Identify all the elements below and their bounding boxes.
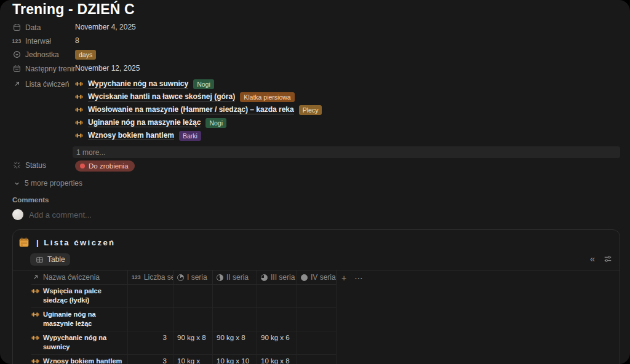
property-row-status: Status Do zrobienia (0, 159, 630, 174)
property-label-jednostka[interactable]: Jednostka (12, 50, 75, 59)
relation-icon (12, 80, 21, 89)
exercise-name: Uginanie nóg na maszynie leżąc (43, 310, 124, 328)
pie-100-icon (301, 274, 308, 281)
cell-nazwa-cwiczenia[interactable]: Wypychanie nóg na suwnicy (31, 331, 128, 355)
column-header-nazwa-cwiczenia[interactable]: Nazwa ćwiczenia (31, 271, 128, 285)
column-header-i-seria[interactable]: I seria (173, 271, 213, 285)
exercise-tag: Nogi (205, 118, 226, 128)
cell-iii-seria[interactable] (257, 285, 297, 308)
dumbbell-icon (75, 93, 83, 101)
jednostka-tag[interactable]: days (75, 50, 96, 60)
dumbbell-icon (31, 287, 39, 295)
exercise-link[interactable]: Wiosłowanie na maszynie (Hammer / siedzą… (75, 103, 322, 116)
property-row-interwal: 123 Interwał 8 (0, 34, 630, 48)
chevron-down-icon (12, 180, 21, 187)
view-tab-label: Table (47, 255, 65, 264)
exercise-name: Wypychanie nóg na suwnicy (43, 333, 124, 352)
property-value-nastepny-trening[interactable]: November 12, 2025 (75, 64, 140, 73)
dumbbell-icon (31, 311, 39, 318)
dumbbell-icon (31, 334, 39, 342)
property-label-nastepny-trening[interactable]: Następny trening (12, 64, 75, 73)
table-header-row: Nazwa ćwiczenia 123 Liczba serii I seria… (31, 271, 620, 285)
exercise-link[interactable]: Wyciskanie hantli na ławce skośnej (góra… (75, 90, 322, 103)
calendar-emoji-icon (18, 237, 30, 248)
add-column-button[interactable]: + (337, 271, 351, 285)
relation-icon (31, 273, 40, 282)
more-properties-toggle[interactable]: 5 more properties (0, 174, 630, 188)
cell-i-seria[interactable]: 10 kg x 10 (173, 355, 213, 364)
property-label-interwal[interactable]: 123 Interwał (12, 36, 75, 46)
cell-nazwa-cwiczenia[interactable]: Uginanie nóg na maszynie leżąc (31, 308, 128, 331)
database-title[interactable]: | Lista ćwiczeń (36, 238, 116, 247)
cell-iii-seria[interactable]: 90 kg x 6 (257, 331, 297, 355)
cell-ii-seria[interactable] (213, 308, 257, 331)
cell-nazwa-cwiczenia[interactable]: Wspięcia na palce siedząc (łydki) (31, 285, 128, 308)
dumbbell-icon (75, 119, 83, 127)
property-row-lista-cwiczen: Lista ćwiczeń Wypychanie nóg na suwnicy … (0, 76, 630, 144)
toolbar-icons: « (590, 254, 612, 263)
comment-input[interactable] (29, 210, 226, 220)
status-tag[interactable]: Do zrobienia (75, 160, 135, 172)
calendar-icon (12, 65, 21, 73)
dumbbell-icon (75, 80, 83, 88)
property-row-jednostka: Jednostka days (0, 48, 630, 62)
property-name: Status (25, 161, 46, 170)
comments-heading: Comments (12, 196, 630, 204)
dumbbell-icon (31, 357, 39, 364)
cell-nazwa-cwiczenia[interactable]: Wznosy bokiem hantlem (31, 355, 128, 364)
cell-iii-seria[interactable] (257, 308, 297, 331)
cell-liczba-serii[interactable] (128, 285, 173, 308)
column-header-iii-seria[interactable]: III seria (257, 271, 297, 285)
status-dot-icon (80, 164, 85, 168)
exercise-link[interactable]: Uginanie nóg na maszynie leżąc Nogi (75, 116, 322, 129)
cell-iv-seria[interactable] (297, 285, 337, 308)
number-icon: 123 (12, 37, 21, 46)
avatar (12, 209, 23, 220)
cell-ii-seria[interactable]: 90 kg x 8 (213, 331, 257, 355)
cell-i-seria[interactable] (173, 308, 213, 331)
property-row-nastepny-trening: Następny trening November 12, 2025 (0, 62, 630, 76)
more-properties-label: 5 more properties (25, 179, 82, 188)
exercise-name: Wspięcia na palce siedząc (łydki) (43, 287, 124, 305)
column-header-iv-seria[interactable]: IV seria (297, 271, 337, 285)
exercise-link[interactable]: Wypychanie nóg na suwnicy Nogi (75, 77, 322, 90)
column-header-liczba-serii[interactable]: 123 Liczba serii (128, 271, 173, 285)
cell-iv-seria[interactable] (297, 308, 337, 331)
cell-i-seria[interactable] (173, 285, 213, 308)
exercise-name: Wznosy bokiem hantlem (43, 357, 122, 364)
table-row: Wznosy bokiem hantlem 3 10 kg x 10 10 kg… (31, 355, 337, 364)
filter-sort-icon[interactable] (604, 255, 612, 263)
property-value-interwal[interactable]: 8 (75, 36, 79, 46)
page-title[interactable]: Trening - DZIEŃ C (0, 0, 630, 17)
property-value-data[interactable]: November 4, 2025 (75, 23, 136, 32)
cell-iv-seria[interactable] (297, 355, 337, 364)
collapse-icon[interactable]: « (590, 254, 595, 263)
cell-ii-seria[interactable]: 10 kg x 10 (213, 355, 257, 364)
table-row: Uginanie nóg na maszynie leżąc (31, 308, 337, 331)
exercise-tag: Nogi (193, 79, 214, 89)
cell-liczba-serii[interactable] (128, 308, 173, 331)
property-label-data[interactable]: Data (12, 23, 75, 32)
property-value-status[interactable]: Do zrobienia (75, 160, 135, 172)
property-name: Następny trening (25, 65, 75, 73)
column-header-ii-seria[interactable]: II seria (213, 271, 257, 285)
exercise-list-more[interactable]: 1 more... (73, 146, 620, 158)
exercise-tag: Plecy (299, 105, 322, 115)
exercise-tag: Barki (179, 131, 201, 141)
cell-iii-seria[interactable]: 10 kg x 8 (257, 355, 297, 364)
cell-liczba-serii[interactable]: 3 (128, 331, 173, 355)
dumbbell-icon (75, 132, 83, 140)
property-label-lista-cwiczen[interactable]: Lista ćwiczeń (12, 77, 75, 90)
database-table: Nazwa ćwiczenia 123 Liczba serii I seria… (31, 271, 620, 364)
exercise-link[interactable]: Wznosy bokiem hantlem Barki (75, 129, 322, 142)
cell-i-seria[interactable]: 90 kg x 8 (173, 331, 213, 355)
cell-iv-seria[interactable] (297, 331, 337, 355)
view-tab-table[interactable]: Table (30, 253, 70, 266)
property-label-status[interactable]: Status (12, 160, 75, 170)
table-more-options-button[interactable]: ⋯ (351, 271, 366, 285)
cell-liczba-serii[interactable]: 3 (128, 355, 173, 364)
property-value-jednostka[interactable]: days (75, 50, 96, 60)
cell-ii-seria[interactable] (213, 285, 257, 308)
pie-75-icon (261, 274, 268, 281)
table-row: Wspięcia na palce siedząc (łydki) (31, 285, 337, 308)
